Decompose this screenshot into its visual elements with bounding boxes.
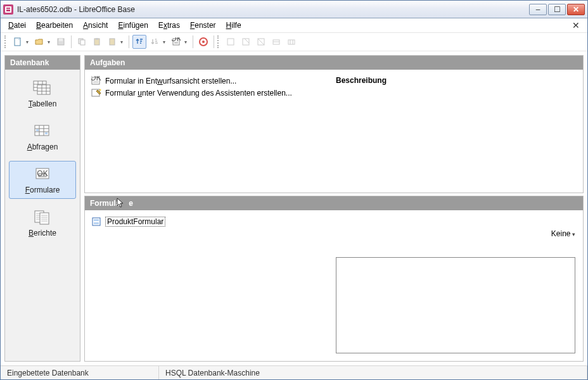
doc-close-button[interactable]: ✕ bbox=[568, 20, 584, 30]
task-create-design[interactable]: OK Formular in Entwurfsansicht erstellen… bbox=[91, 76, 336, 86]
report-icon bbox=[32, 208, 53, 226]
sort-asc-button[interactable] bbox=[132, 35, 146, 49]
svg-rect-1 bbox=[6, 8, 10, 9]
forms-pane: Formula e ProduktFormular Keine bbox=[84, 196, 584, 362]
preview-box bbox=[336, 257, 575, 353]
svg-rect-10 bbox=[110, 39, 115, 45]
status-engine: HSQL Datenbank-Maschine bbox=[159, 366, 587, 379]
statusbar: Eingebettete Datenbank HSQL Datenbank-Ma… bbox=[1, 365, 587, 379]
sort-desc-button[interactable] bbox=[148, 35, 168, 49]
minimize-button[interactable]: – bbox=[529, 4, 547, 15]
sidebar-label: Abfragen bbox=[27, 142, 58, 151]
window-buttons: – ☐ ✕ bbox=[529, 4, 585, 15]
menu-view[interactable]: Ansicht bbox=[79, 20, 112, 31]
form-design-icon: OK bbox=[91, 76, 101, 86]
menu-insert[interactable]: Einfügen bbox=[114, 20, 151, 31]
svg-text:OK: OK bbox=[91, 76, 101, 82]
window-title: IL-ates6502.odb - LibreOffice Base bbox=[17, 5, 529, 14]
form-item-produktformular[interactable]: ProduktFormular bbox=[91, 217, 577, 227]
sidebar-item-reports[interactable]: Berichte bbox=[9, 204, 76, 242]
svg-rect-24 bbox=[36, 129, 39, 131]
toolbar-sep bbox=[129, 35, 129, 48]
forms-body: ProduktFormular Keine bbox=[85, 210, 583, 361]
paste-button[interactable] bbox=[90, 35, 104, 49]
sidebar: Datenbank Tabellen Abfragen OK Formulare… bbox=[4, 55, 80, 362]
task-list: OK Formular in Entwurfsansicht erstellen… bbox=[91, 76, 336, 186]
task-label: Formular unter Verwendung des Assistente… bbox=[105, 89, 292, 98]
sidebar-item-forms[interactable]: OK Formulare bbox=[9, 161, 76, 199]
open-doc-button[interactable] bbox=[32, 35, 53, 49]
svg-rect-9 bbox=[96, 38, 98, 40]
form-button[interactable]: OK bbox=[169, 35, 189, 49]
view-mode-dropdown[interactable]: Keine bbox=[551, 229, 575, 238]
sidebar-header: Datenbank bbox=[5, 56, 80, 70]
tbx-5-button[interactable] bbox=[284, 35, 298, 49]
sidebar-label: Tabellen bbox=[29, 99, 57, 108]
content-area: Aufgaben OK Formular in Entwurfsansicht … bbox=[84, 55, 584, 362]
maximize-button[interactable]: ☐ bbox=[548, 4, 566, 15]
svg-rect-7 bbox=[80, 40, 85, 45]
toolbar-handle[interactable] bbox=[217, 35, 220, 48]
tasks-header: Aufgaben bbox=[85, 56, 583, 70]
copy-button[interactable] bbox=[75, 35, 89, 49]
svg-rect-25 bbox=[45, 132, 48, 134]
menu-help[interactable]: Hilfe bbox=[222, 20, 245, 31]
status-embedded: Eingebettete Datenbank bbox=[1, 366, 159, 379]
task-create-wizard[interactable]: Formular unter Verwendung des Assistente… bbox=[91, 88, 336, 98]
new-doc-button[interactable] bbox=[11, 35, 31, 49]
toolbar-sep bbox=[193, 35, 193, 48]
description-column: Beschreibung bbox=[336, 76, 577, 186]
sidebar-items: Tabellen Abfragen OK Formulare Berichte bbox=[5, 70, 80, 247]
tbx-3-button[interactable] bbox=[254, 35, 268, 49]
tasks-pane: Aufgaben OK Formular in Entwurfsansicht … bbox=[84, 55, 584, 193]
menu-file[interactable]: Datei bbox=[4, 20, 30, 31]
main-area: Datenbank Tabellen Abfragen OK Formulare… bbox=[1, 51, 587, 365]
svg-rect-20 bbox=[288, 40, 295, 44]
form-wizard-icon bbox=[91, 88, 101, 98]
menu-window[interactable]: Fenster bbox=[186, 20, 220, 31]
svg-text:OK: OK bbox=[172, 37, 181, 43]
svg-rect-22 bbox=[37, 85, 50, 94]
sidebar-label: Berichte bbox=[29, 229, 56, 238]
sidebar-item-queries[interactable]: Abfragen bbox=[9, 118, 76, 156]
sidebar-item-tables[interactable]: Tabellen bbox=[9, 75, 76, 113]
svg-rect-16 bbox=[227, 39, 234, 45]
app-icon bbox=[3, 4, 13, 15]
paste-special-button[interactable] bbox=[105, 35, 125, 49]
titlebar: IL-ates6502.odb - LibreOffice Base – ☐ ✕ bbox=[1, 1, 587, 18]
forms-header: Formula e bbox=[85, 196, 583, 210]
toolbar-sep bbox=[71, 35, 72, 48]
task-label: Formular in Entwurfsansicht erstellen... bbox=[105, 77, 236, 86]
menubar: Datei Bearbeiten Ansicht Einfügen Extras… bbox=[1, 18, 587, 32]
svg-rect-5 bbox=[59, 39, 63, 41]
table-icon bbox=[32, 79, 53, 97]
menu-edit[interactable]: Bearbeiten bbox=[32, 20, 77, 31]
svg-rect-38 bbox=[94, 222, 99, 224]
tbx-1-button[interactable] bbox=[224, 35, 238, 49]
description-title: Beschreibung bbox=[336, 76, 577, 85]
save-doc-button[interactable] bbox=[54, 35, 68, 49]
menu-tools[interactable]: Extras bbox=[155, 20, 184, 31]
svg-point-15 bbox=[202, 41, 205, 43]
form-item-label: ProduktFormular bbox=[105, 217, 165, 227]
tbx-4-button[interactable] bbox=[269, 35, 283, 49]
toolbar-handle[interactable] bbox=[4, 35, 7, 48]
help-button[interactable] bbox=[196, 35, 210, 49]
svg-text:OK: OK bbox=[37, 169, 48, 178]
tasks-body: OK Formular in Entwurfsansicht erstellen… bbox=[85, 70, 583, 193]
query-icon bbox=[32, 122, 53, 140]
tbx-2-button[interactable] bbox=[239, 35, 253, 49]
svg-rect-2 bbox=[6, 10, 10, 11]
close-button[interactable]: ✕ bbox=[567, 4, 585, 15]
toolbar: OK bbox=[1, 32, 587, 51]
toolbar-sep bbox=[214, 35, 214, 48]
svg-point-35 bbox=[99, 89, 101, 91]
form-icon: OK bbox=[32, 165, 53, 183]
svg-rect-37 bbox=[94, 219, 99, 221]
svg-rect-30 bbox=[40, 213, 49, 224]
sidebar-label: Formulare bbox=[25, 186, 60, 194]
svg-rect-36 bbox=[93, 218, 100, 225]
form-item-icon bbox=[91, 217, 101, 227]
